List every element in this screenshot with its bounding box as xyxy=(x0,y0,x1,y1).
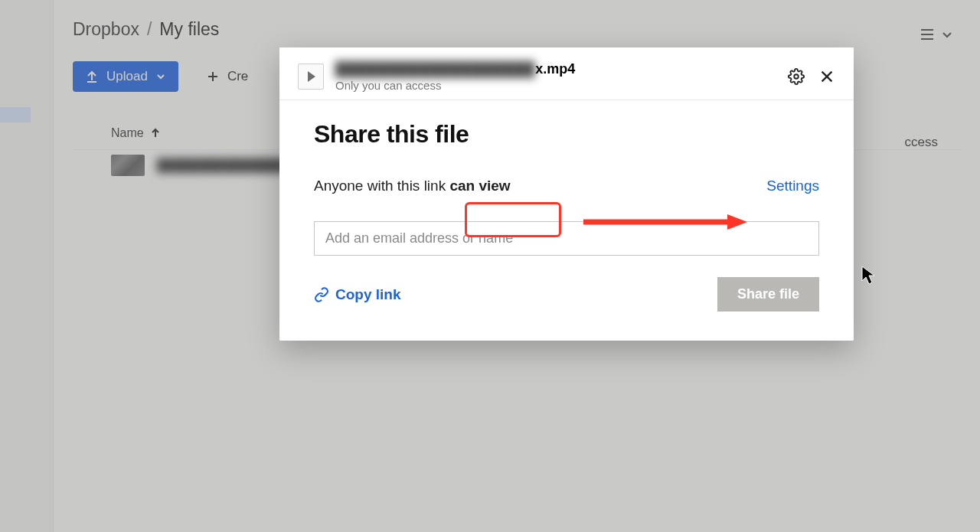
share-email-input[interactable] xyxy=(314,221,819,256)
link-icon xyxy=(314,287,329,302)
upload-icon xyxy=(85,70,99,83)
chevron-down-icon xyxy=(155,71,166,82)
create-label: Cre xyxy=(227,69,248,84)
breadcrumb-root[interactable]: Dropbox xyxy=(73,19,139,40)
modal-filename: ███████████████████x.mp4 xyxy=(335,61,776,77)
copy-link-button[interactable]: Copy link xyxy=(314,286,401,303)
settings-link[interactable]: Settings xyxy=(766,178,819,194)
upload-button[interactable]: Upload xyxy=(73,61,178,92)
upload-label: Upload xyxy=(106,69,148,84)
create-button[interactable]: Cre xyxy=(195,61,259,92)
video-file-icon xyxy=(298,64,324,90)
breadcrumb-separator: / xyxy=(147,19,152,40)
plus-icon xyxy=(206,70,220,83)
breadcrumb: Dropbox / My files xyxy=(73,19,961,40)
chevron-down-icon xyxy=(941,28,953,41)
share-heading: Share this file xyxy=(314,120,819,149)
close-icon[interactable] xyxy=(818,68,835,85)
modal-access-subtitle: Only you can access xyxy=(335,79,776,92)
sort-asc-icon xyxy=(150,128,161,139)
gear-icon[interactable] xyxy=(788,68,805,85)
column-name-header[interactable]: Name xyxy=(111,126,144,140)
column-access-header: ccess xyxy=(905,135,938,150)
list-view-icon xyxy=(920,27,935,42)
share-file-button[interactable]: Share file xyxy=(717,277,819,312)
view-options[interactable] xyxy=(920,27,953,42)
share-modal: ███████████████████x.mp4 Only you can ac… xyxy=(279,47,854,341)
file-thumbnail-icon xyxy=(111,155,145,176)
permission-text[interactable]: Anyone with this link can view xyxy=(314,178,511,194)
copy-link-label: Copy link xyxy=(335,286,401,303)
svg-point-8 xyxy=(794,74,799,79)
breadcrumb-current: My files xyxy=(159,19,219,40)
